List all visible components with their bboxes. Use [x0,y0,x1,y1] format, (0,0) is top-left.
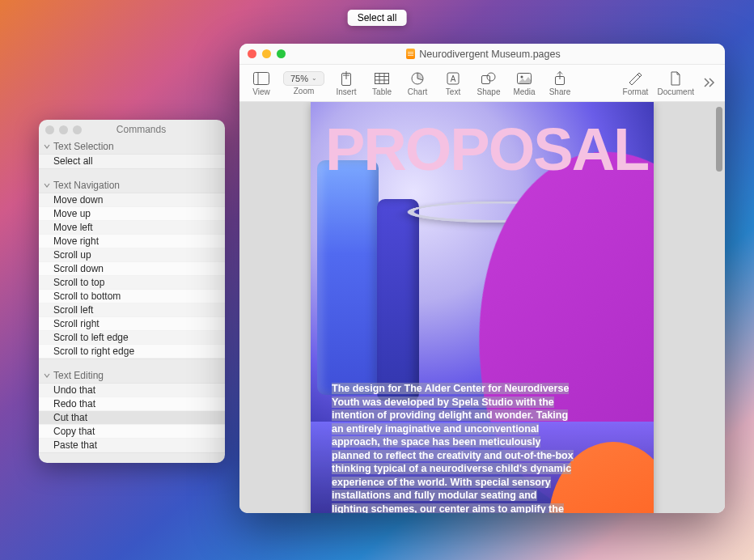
command-item[interactable]: Move up [39,207,225,221]
close-icon[interactable] [45,125,54,134]
text-button[interactable]: A Text [436,65,470,101]
section-title: Text Editing [53,370,104,381]
document-page[interactable]: PROPOSAL The design for The Alder Center… [311,102,654,513]
page-body-text[interactable]: The design for The Alder Center for Neur… [332,382,576,513]
close-button[interactable] [248,49,256,58]
text-icon: A [447,70,460,87]
pages-document-icon [406,49,415,59]
art-pillar-2 [377,199,419,401]
command-item[interactable]: Paste that [39,439,225,452]
chevron-right-double-icon [704,78,715,87]
window-titlebar[interactable]: Neurodivergent Museum.pages [239,44,725,65]
command-item[interactable]: Cut that [39,411,225,425]
share-icon [554,70,566,87]
zoom-button[interactable]: 75%⌄ Zoom [280,65,328,101]
commands-section-header[interactable]: Text Navigation [39,177,225,193]
page-heading[interactable]: PROPOSAL [325,115,654,184]
chevron-down-icon [44,143,50,150]
chart-icon [411,70,424,87]
shape-button[interactable]: Shape [472,65,506,101]
command-item[interactable]: Scroll to bottom [39,290,225,303]
svg-point-16 [487,73,495,81]
command-item[interactable]: Move left [39,221,225,235]
document-title: Neurodivergent Museum.pages [419,49,560,60]
vertical-scrollbar[interactable] [715,107,723,508]
command-item[interactable]: Scroll left [39,303,225,317]
sidebar-icon [253,70,269,87]
commands-titlebar: Commands [39,120,225,138]
share-button[interactable]: Share [543,65,577,101]
command-item[interactable]: Select all [39,155,225,168]
svg-point-18 [521,75,523,78]
commands-section-header[interactable]: Text Editing [39,367,225,383]
svg-rect-0 [254,72,269,84]
fullscreen-button[interactable] [277,49,286,58]
command-item[interactable]: Scroll right [39,317,225,331]
voice-control-tooltip: Select all [348,10,407,26]
section-title: Text Navigation [53,180,120,191]
scrollbar-thumb[interactable] [716,107,722,172]
insert-button[interactable]: Insert [329,65,363,101]
chevron-down-icon [44,182,50,189]
minimize-button[interactable] [262,49,271,58]
command-item[interactable]: Scroll down [39,262,225,276]
shape-icon [481,70,496,87]
svg-text:A: A [451,74,456,83]
document-button[interactable]: Document [654,65,697,101]
zoom-value[interactable]: 75%⌄ [283,71,324,86]
insert-icon [340,70,353,87]
format-icon [628,70,642,87]
table-button[interactable]: Table [365,65,399,101]
command-item[interactable]: Copy that [39,425,225,439]
svg-rect-5 [375,73,389,83]
format-button[interactable]: Format [618,65,652,101]
command-item[interactable]: Undo that [39,384,225,397]
document-icon [670,70,681,87]
command-item[interactable]: Scroll to right edge [39,345,225,358]
chart-button[interactable]: Chart [400,65,434,101]
selected-body-text[interactable]: The design for The Alder Center for Neur… [332,383,574,513]
command-item[interactable]: Scroll to top [39,276,225,290]
view-button[interactable]: View [244,65,278,101]
document-canvas[interactable]: PROPOSAL The design for The Alder Center… [239,102,725,513]
command-item[interactable]: Move right [39,235,225,248]
command-item[interactable]: Scroll up [39,248,225,262]
art-pillar [317,160,379,395]
section-title: Text Selection [53,141,114,152]
command-item[interactable]: Move down [39,193,225,207]
toolbar: View 75%⌄ Zoom Insert Table Chart A [239,65,725,102]
toolbar-overflow-button[interactable] [699,76,720,91]
commands-section-header[interactable]: Text Selection [39,138,225,154]
chevron-down-icon [44,372,50,379]
command-item[interactable]: Redo that [39,397,225,411]
table-icon [375,70,389,87]
commands-title: Commands [64,124,218,135]
command-item[interactable]: Scroll to left edge [39,331,225,345]
commands-panel: Commands Text SelectionSelect allText Na… [39,120,225,463]
media-button[interactable]: Media [507,65,541,101]
pages-app-window: Neurodivergent Museum.pages View 75%⌄ Zo… [239,44,725,513]
chevron-down-icon: ⌄ [311,74,317,82]
media-icon [517,70,532,87]
